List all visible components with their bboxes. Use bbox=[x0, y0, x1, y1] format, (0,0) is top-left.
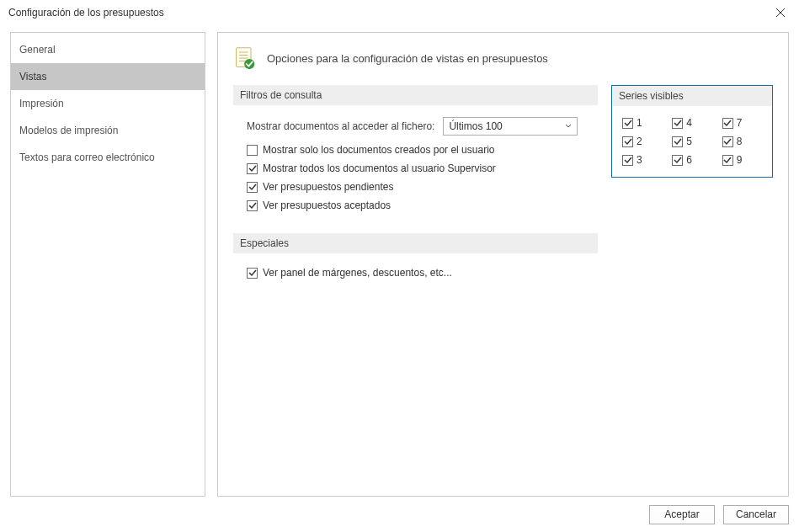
series-check-8[interactable]: 8 bbox=[722, 133, 762, 150]
dialog-body: General Vistas Impresión Modelos de impr… bbox=[0, 25, 799, 497]
series-check-7[interactable]: 7 bbox=[722, 114, 762, 131]
series-label: 2 bbox=[637, 136, 642, 147]
checkbox[interactable] bbox=[622, 155, 633, 166]
series-panel: Series visibles 1 4 7 bbox=[611, 85, 773, 178]
series-check-3[interactable]: 3 bbox=[622, 152, 662, 168]
checkbox[interactable] bbox=[622, 136, 633, 147]
accept-button[interactable]: Aceptar bbox=[649, 505, 715, 524]
close-button[interactable] bbox=[761, 0, 799, 25]
series-label: 4 bbox=[686, 117, 692, 129]
show-docs-label: Mostrar documentos al acceder al fichero… bbox=[247, 120, 434, 132]
sidebar-item-vistas[interactable]: Vistas bbox=[11, 63, 205, 90]
series-check-2[interactable]: 2 bbox=[622, 133, 662, 150]
checkbox-label: Ver panel de márgenes, descuentos, etc..… bbox=[263, 265, 452, 280]
series-check-4[interactable]: 4 bbox=[672, 114, 711, 131]
checkbox-label: Mostrar solo los documentos creados por … bbox=[263, 142, 494, 157]
content-left: Filtros de consulta Mostrar documentos a… bbox=[233, 85, 598, 282]
especiales-check-0[interactable]: Ver panel de márgenes, descuentos, etc..… bbox=[233, 263, 598, 282]
sidebar-item-modelos[interactable]: Modelos de impresión bbox=[11, 117, 205, 144]
series-check-6[interactable]: 6 bbox=[672, 152, 711, 168]
content-header: Opciones para la configuración de vistas… bbox=[233, 43, 773, 70]
titlebar: Configuración de los presupuestos bbox=[0, 0, 799, 25]
checkbox[interactable] bbox=[722, 155, 733, 166]
checkbox[interactable] bbox=[722, 118, 733, 129]
checkbox[interactable] bbox=[247, 182, 258, 193]
button-label: Aceptar bbox=[664, 508, 699, 520]
series-label: 5 bbox=[686, 136, 692, 147]
checkbox-label: Ver presupuestos aceptados bbox=[263, 198, 391, 213]
document-settings-icon bbox=[233, 46, 257, 70]
sidebar-item-label: Modelos de impresión bbox=[19, 125, 118, 136]
sidebar-item-label: General bbox=[19, 44, 56, 56]
filter-check-1[interactable]: Mostrar todos los documentos al usuario … bbox=[233, 159, 598, 178]
close-icon bbox=[776, 8, 785, 17]
series-check-1[interactable]: 1 bbox=[622, 114, 662, 131]
series-label: 6 bbox=[686, 154, 692, 166]
checkbox-label: Ver presupuestos pendientes bbox=[263, 179, 393, 194]
checkbox[interactable] bbox=[672, 118, 683, 129]
series-label: 7 bbox=[737, 117, 743, 129]
button-label: Cancelar bbox=[736, 508, 776, 520]
sidebar-item-label: Vistas bbox=[19, 71, 46, 82]
filter-check-0[interactable]: Mostrar solo los documentos creados por … bbox=[233, 141, 598, 159]
sidebar-item-label: Impresión bbox=[19, 98, 64, 109]
checkbox-label: Mostrar todos los documentos al usuario … bbox=[263, 161, 496, 176]
checkbox[interactable] bbox=[247, 268, 258, 279]
content-heading: Opciones para la configuración de vistas… bbox=[267, 52, 548, 65]
checkbox[interactable] bbox=[672, 136, 683, 147]
checkbox[interactable] bbox=[622, 118, 633, 129]
checkbox[interactable] bbox=[672, 155, 683, 166]
window-title: Configuración de los presupuestos bbox=[8, 7, 164, 19]
filter-check-2[interactable]: Ver presupuestos pendientes bbox=[233, 178, 598, 196]
series-label: 3 bbox=[637, 154, 642, 166]
sidebar-item-impresion[interactable]: Impresión bbox=[11, 90, 205, 117]
checkbox[interactable] bbox=[247, 145, 258, 156]
show-docs-row: Mostrar documentos al acceder al fichero… bbox=[233, 115, 598, 141]
cancel-button[interactable]: Cancelar bbox=[723, 505, 789, 524]
sidebar: General Vistas Impresión Modelos de impr… bbox=[10, 32, 205, 497]
sidebar-item-label: Textos para correo electrónico bbox=[19, 152, 155, 163]
series-check-5[interactable]: 5 bbox=[672, 133, 711, 150]
sidebar-item-general[interactable]: General bbox=[11, 36, 205, 63]
content-main: Filtros de consulta Mostrar documentos a… bbox=[233, 85, 773, 282]
show-docs-select[interactable]: Últimos 100 bbox=[443, 117, 578, 136]
checkbox[interactable] bbox=[722, 136, 733, 147]
series-label: 1 bbox=[637, 117, 642, 129]
dialog-footer: Aceptar Cancelar bbox=[0, 497, 799, 532]
section-filtros: Filtros de consulta bbox=[233, 85, 598, 105]
section-series: Series visibles bbox=[612, 86, 772, 106]
series-label: 9 bbox=[737, 154, 743, 166]
series-check-9[interactable]: 9 bbox=[722, 152, 762, 168]
checkbox[interactable] bbox=[247, 163, 258, 174]
filter-check-3[interactable]: Ver presupuestos aceptados bbox=[233, 196, 598, 215]
series-label: 8 bbox=[737, 136, 743, 147]
checkbox[interactable] bbox=[247, 200, 258, 211]
series-grid: 1 4 7 2 5 bbox=[612, 114, 772, 168]
content-panel: Opciones para la configuración de vistas… bbox=[217, 32, 789, 497]
chevron-down-icon bbox=[565, 123, 572, 130]
section-especiales: Especiales bbox=[233, 233, 598, 253]
sidebar-item-textos-correo[interactable]: Textos para correo electrónico bbox=[11, 144, 205, 171]
show-docs-value: Últimos 100 bbox=[449, 120, 565, 132]
